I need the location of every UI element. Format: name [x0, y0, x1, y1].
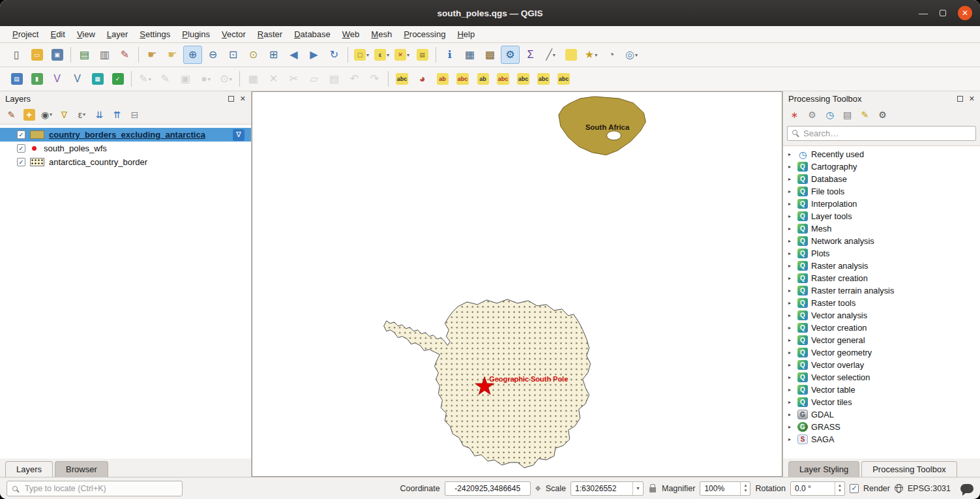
toolbox-group-raster-creation[interactable]: ▸QRaster creation [783, 272, 980, 284]
select-by-value-icon[interactable]: ▤ [413, 46, 432, 64]
minimize-button[interactable]: — [919, 8, 928, 18]
move-label-icon[interactable]: abc [514, 70, 533, 88]
expand-arrow-icon[interactable]: ▸ [788, 387, 794, 393]
metasearch-icon[interactable]: ◎▾ [622, 46, 641, 64]
toolbox-group-vector-table[interactable]: ▸QVector table [783, 384, 980, 396]
new-mesh-layer-icon[interactable]: ▦ [88, 70, 107, 88]
expand-arrow-icon[interactable]: ▸ [788, 374, 794, 380]
toolbox-group-vector-geometry[interactable]: ▸QVector geometry [783, 346, 980, 359]
refresh-icon[interactable]: ↻ [325, 46, 344, 64]
render-checkbox[interactable]: ✓ [850, 484, 859, 493]
filter-by-expression-icon[interactable]: ε▾ [74, 107, 90, 123]
toolbox-group-vector-tiles[interactable]: ▸QVector tiles [783, 396, 980, 408]
add-group-icon[interactable]: + [21, 107, 37, 123]
results-viewer-icon[interactable]: ▤ [839, 107, 855, 123]
toolbox-group-layer-tools[interactable]: ▸QLayer tools [783, 210, 980, 222]
zoom-last-icon[interactable]: ◀ [284, 46, 303, 64]
show-unplaced-labels-icon[interactable]: abc [494, 70, 512, 88]
coordinate-value[interactable]: -2420925,3486645 [445, 481, 531, 496]
expand-arrow-icon[interactable]: ▸ [788, 151, 794, 157]
open-attribute-table-icon[interactable]: ▦ [460, 46, 479, 64]
toolbox-group-raster-analysis[interactable]: ▸QRaster analysis [783, 260, 980, 272]
expand-all-icon[interactable]: ⇊ [91, 107, 108, 123]
layer-item[interactable]: ✓country_borders_excluding_antarctica∇ [0, 128, 251, 142]
spin-arrows-icon[interactable]: ▲▼ [740, 482, 750, 495]
crs-globe-icon[interactable] [895, 484, 903, 492]
toolbox-search-input[interactable] [787, 126, 976, 141]
maximize-button[interactable] [940, 10, 946, 16]
tab-layers[interactable]: Layers [5, 461, 53, 477]
new-spatialite-layer-icon[interactable]: V [68, 70, 87, 88]
edit-features-in-place-icon[interactable]: ✎ [857, 107, 873, 123]
expand-arrow-icon[interactable]: ▸ [788, 424, 794, 430]
toolbox-group-mesh[interactable]: ▸QMesh [783, 222, 980, 235]
new-project-icon[interactable]: ▯ [7, 46, 26, 64]
toolbox-group-interpolation[interactable]: ▸QInterpolation [783, 198, 980, 210]
messages-icon[interactable] [960, 484, 973, 493]
titlebar[interactable]: south_poles.qgs — QGIS — ✕ [0, 0, 980, 26]
menu-project[interactable]: Project [7, 26, 44, 43]
new-virtual-layer-icon[interactable]: ✓ [108, 70, 127, 88]
dock-close-icon[interactable]: ✕ [240, 95, 246, 102]
menu-edit[interactable]: Edit [44, 26, 70, 43]
toolbox-group-recently-used[interactable]: ▸◷Recently used [783, 148, 980, 160]
expand-arrow-icon[interactable]: ▸ [788, 238, 794, 244]
menu-web[interactable]: Web [336, 26, 366, 43]
zoom-next-icon[interactable]: ▶ [304, 46, 323, 64]
zoom-to-layer-icon[interactable]: ⊞ [264, 46, 283, 64]
dock-float-icon[interactable] [957, 96, 963, 102]
close-button[interactable]: ✕ [958, 6, 972, 20]
layer-item[interactable]: ✓antarctica_country_border [0, 155, 251, 169]
rotation-spinbox[interactable]: 0.0 ° ▲▼ [790, 481, 845, 496]
menu-settings[interactable]: Settings [134, 26, 176, 43]
rotate-label-icon[interactable]: abc [534, 70, 553, 88]
spin-arrows-icon[interactable]: ▲▼ [835, 482, 844, 495]
dock-float-icon[interactable] [228, 96, 234, 102]
highlight-pinned-labels-icon[interactable]: ab [433, 70, 452, 88]
magnifier-spinbox[interactable]: 100% ▲▼ [700, 481, 750, 496]
expand-arrow-icon[interactable]: ▸ [788, 275, 794, 281]
collapse-all-icon[interactable]: ⇈ [109, 107, 125, 123]
toolbox-group-saga[interactable]: ▸SSAGA [783, 433, 980, 446]
options-icon[interactable]: ⚙ [874, 107, 891, 123]
menu-processing[interactable]: Processing [398, 26, 451, 43]
locate-input[interactable] [7, 481, 183, 496]
expand-arrow-icon[interactable]: ▸ [788, 412, 794, 417]
open-layer-styling-icon[interactable]: ✎ [3, 107, 20, 123]
expand-arrow-icon[interactable]: ▸ [788, 250, 794, 256]
toolbox-group-database[interactable]: ▸QDatabase [783, 173, 980, 185]
temporal-controller-icon[interactable]: ◔ [602, 46, 621, 64]
field-calculator-icon[interactable]: ▩ [481, 46, 499, 64]
expand-arrow-icon[interactable]: ▸ [788, 201, 794, 207]
style-manager-icon[interactable]: ✎ [115, 46, 134, 64]
menu-plugins[interactable]: Plugins [176, 26, 216, 43]
pan-map-icon[interactable]: ☛ [143, 46, 162, 64]
expand-arrow-icon[interactable]: ▸ [788, 300, 794, 306]
open-project-icon[interactable]: ▭ [27, 46, 46, 64]
show-hidden-labels-icon[interactable]: abc [453, 70, 472, 88]
layer-diagram-icon[interactable]: ◕ [413, 70, 432, 88]
expand-arrow-icon[interactable]: ▸ [788, 164, 794, 170]
crs-value[interactable]: EPSG:3031 [908, 484, 951, 493]
expand-arrow-icon[interactable]: ▸ [788, 350, 794, 355]
extents-toggle-icon[interactable]: ⌖ [535, 483, 541, 494]
menu-view[interactable]: View [71, 26, 101, 43]
expand-arrow-icon[interactable]: ▸ [788, 362, 794, 368]
menu-layer[interactable]: Layer [101, 26, 134, 43]
statistics-icon[interactable]: Σ [521, 46, 540, 64]
expand-arrow-icon[interactable]: ▸ [788, 325, 794, 331]
new-shapefile-layer-icon[interactable]: V [48, 70, 67, 88]
toolbox-group-grass[interactable]: ▸GGRASS [783, 421, 980, 433]
pan-to-selection-icon[interactable]: ☛ [163, 46, 182, 64]
menu-vector[interactable]: Vector [216, 26, 252, 43]
menu-mesh[interactable]: Mesh [365, 26, 398, 43]
identify-features-icon[interactable]: ℹ [440, 46, 459, 64]
tab-browser[interactable]: Browser [55, 461, 108, 477]
select-by-expression-icon[interactable]: ε▾ [372, 46, 391, 64]
filter-legend-icon[interactable]: ∇ [56, 107, 72, 123]
layer-item[interactable]: ✓south_poles_wfs [0, 142, 251, 155]
lock-icon[interactable] [649, 487, 656, 492]
scale-combo[interactable]: 1:63026552 ▼ [571, 481, 644, 496]
measure-icon[interactable]: ╱▾ [541, 46, 560, 64]
expand-arrow-icon[interactable]: ▸ [788, 213, 794, 219]
